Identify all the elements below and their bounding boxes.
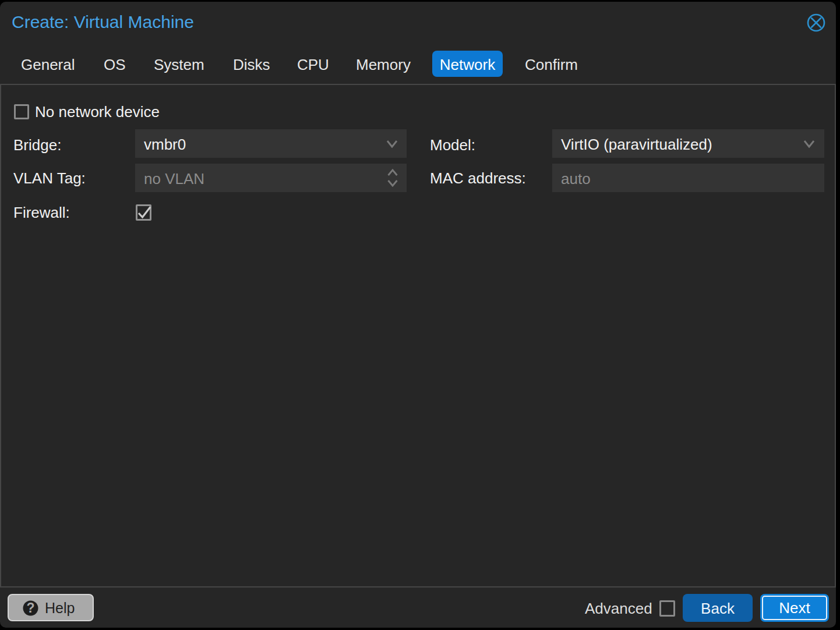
svg-text:?: ? <box>26 600 34 615</box>
